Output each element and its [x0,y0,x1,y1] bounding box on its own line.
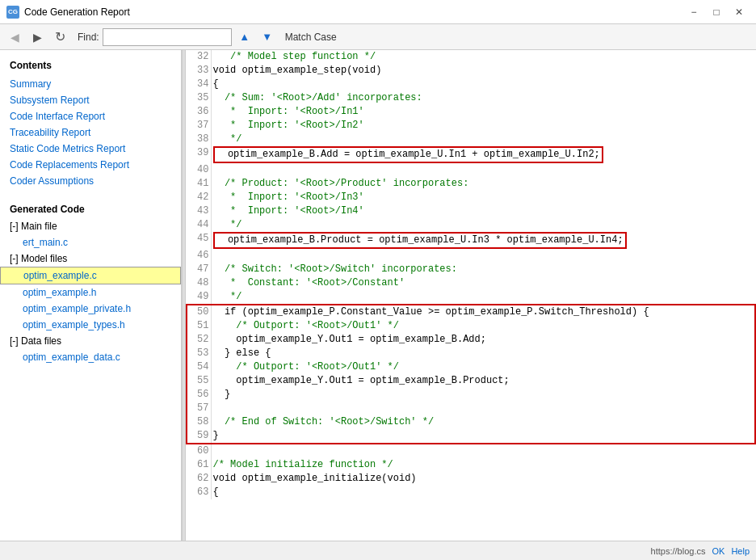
sidebar-item-code-interface-report[interactable]: Code Interface Report [0,108,181,124]
sidebar-item-code-replacements[interactable]: Code Replacements Report [0,157,181,173]
code-area[interactable]: 32 /* Model step function */33void optim… [186,50,756,541]
line-number: 58 [187,415,211,429]
table-row: 50 if (optim_example_P.Constant_Value >=… [187,305,755,319]
model-files-group: [-] Model files [0,251,181,267]
code-line: { [211,78,755,91]
code-line: * Inport: '<Root>/In4' [211,204,755,218]
line-number: 50 [187,305,211,319]
table-row: 38 */ [187,133,755,146]
code-line: * Inport: '<Root>/In2' [211,119,755,133]
code-line: void optim_example_initialize(void) [211,472,755,486]
optim-example-private-h-link[interactable]: optim_example_private.h [0,301,181,317]
table-row: 47 /* Switch: '<Root>/Switch' incorporat… [187,263,755,276]
code-line: /* Model step function */ [211,50,755,64]
help-link[interactable]: Help [731,546,750,556]
code-line: */ [211,290,755,305]
line-number: 45 [187,232,211,249]
ert-main-link[interactable]: ert_main.c [0,234,181,251]
optim-example-types-h-link[interactable]: optim_example_types.h [0,317,181,333]
line-number: 61 [187,458,211,472]
minimize-button[interactable]: − [683,4,704,20]
optim-example-c-link[interactable]: optim_example.c [0,267,181,284]
code-line [211,444,755,458]
code-line: optim_example_Y.Out1 = optim_example_B.A… [211,333,755,347]
line-number: 42 [187,191,211,204]
contents-heading: Contents [0,57,181,76]
sidebar: Contents Summary Subsystem Report Code I… [0,50,182,541]
code-line: /* Model initialize function */ [211,458,755,472]
refresh-button[interactable]: ↻ [50,27,69,47]
find-input[interactable] [103,28,232,46]
optim-example-data-c-link[interactable]: optim_example_data.c [0,349,181,365]
line-number: 47 [187,263,211,276]
title-bar: CG Code Generation Report − □ ✕ [0,0,756,24]
table-row: 32 /* Model step function */ [187,50,755,64]
line-number: 35 [187,91,211,105]
line-number: 44 [187,218,211,232]
forward-button[interactable]: ▶ [27,27,47,47]
line-number: 37 [187,119,211,133]
table-row: 36 * Inport: '<Root>/In1' [187,105,755,119]
data-files-group: [-] Data files [0,333,181,349]
code-table: 32 /* Model step function */33void optim… [186,50,756,499]
line-number: 39 [187,146,211,163]
table-row: 44 */ [187,218,755,232]
line-number: 51 [187,319,211,333]
sidebar-item-subsystem-report[interactable]: Subsystem Report [0,92,181,108]
table-row: 35 /* Sum: '<Root>/Add' incorporates: [187,91,755,105]
table-row: 49 */ [187,290,755,305]
code-line: /* Sum: '<Root>/Add' incorporates: [211,91,755,105]
line-number: 59 [187,429,211,444]
find-down-button[interactable]: ▼ [258,27,277,47]
back-button[interactable]: ◀ [5,27,24,47]
sidebar-item-static-code-metrics[interactable]: Static Code Metrics Report [0,141,181,157]
line-number: 63 [187,486,211,499]
table-row: 45 optim_example_B.Product = optim_examp… [187,232,755,249]
code-line [211,402,755,415]
table-row: 46 [187,249,755,263]
table-row: 63{ [187,486,755,499]
table-row: 40 [187,163,755,177]
table-row: 60 [187,444,755,458]
window-controls: − □ ✕ [683,4,750,20]
line-number: 57 [187,402,211,415]
line-number: 60 [187,444,211,458]
find-label: Find: [78,32,99,43]
optim-example-h-link[interactable]: optim_example.h [0,284,181,301]
table-row: 41 /* Product: '<Root>/Product' incorpor… [187,177,755,191]
code-line: void optim_example_step(void) [211,64,755,78]
table-row: 39 optim_example_B.Add = optim_example_U… [187,146,755,163]
toolbar: ◀ ▶ ↻ Find: ▲ ▼ Match Case [0,24,756,50]
sidebar-item-summary[interactable]: Summary [0,76,181,92]
code-line: optim_example_B.Add = optim_example_U.In… [211,146,755,163]
maximize-button[interactable]: □ [706,4,727,20]
ok-link[interactable]: OK [712,546,724,556]
main-file-toggle: [-] Main file [10,221,57,232]
table-row: 59} [187,429,755,444]
table-row: 33void optim_example_step(void) [187,64,755,78]
table-row: 61/* Model initialize function */ [187,458,755,472]
table-row: 58 /* End of Switch: '<Root>/Switch' */ [187,415,755,429]
line-number: 49 [187,290,211,305]
table-row: 53 } else { [187,347,755,360]
code-line: } else { [211,347,755,360]
line-number: 53 [187,347,211,360]
table-row: 51 /* Outport: '<Root>/Out1' */ [187,319,755,333]
line-number: 55 [187,374,211,388]
data-files-toggle: [-] Data files [10,335,61,347]
sidebar-item-coder-assumptions[interactable]: Coder Assumptions [0,173,181,189]
table-row: 34{ [187,78,755,91]
main-file-group: [-] Main file [0,218,181,234]
table-row: 37 * Inport: '<Root>/In2' [187,119,755,133]
table-row: 48 * Constant: '<Root>/Constant' [187,276,755,290]
close-button[interactable]: ✕ [729,4,750,20]
code-line: optim_example_Y.Out1 = optim_example_B.P… [211,374,755,388]
find-up-button[interactable]: ▲ [235,27,254,47]
table-row: 52 optim_example_Y.Out1 = optim_example_… [187,333,755,347]
line-number: 38 [187,133,211,146]
generated-code-heading: Generated Code [0,200,181,218]
table-row: 54 /* Outport: '<Root>/Out1' */ [187,360,755,374]
code-line: */ [211,133,755,146]
main-layout: Contents Summary Subsystem Report Code I… [0,50,756,541]
sidebar-item-traceability-report[interactable]: Traceability Report [0,124,181,141]
